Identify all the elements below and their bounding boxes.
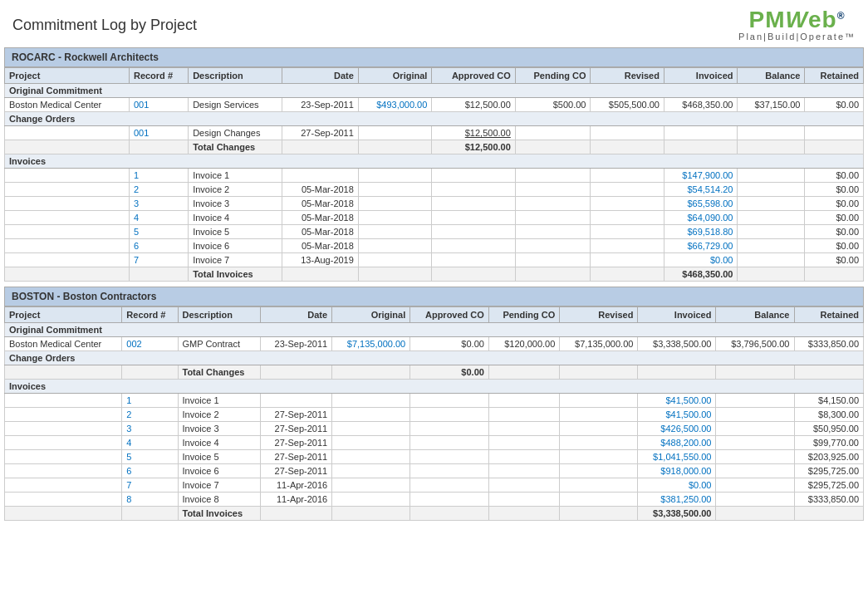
col-balance: Balance [716,307,794,323]
cell-date: 23-Sep-2011 [282,98,358,112]
total-changes-value: $12,500.00 [432,140,515,154]
invoice-link[interactable]: 4 [134,213,139,223]
cell-description: Design Services [189,98,282,112]
total-changes-label: Total Changes [178,365,260,380]
total-changes-value: $0.00 [410,365,489,380]
record-link[interactable]: 002 [126,339,141,349]
invoices-label-rocarc: Invoices [5,154,864,169]
cell-date: 27-Sep-2011 [282,126,358,140]
total-invoices-row-rocarc: Total Invoices $468,350.00 [5,267,864,282]
table-row: 4 Invoice 4 27-Sep-2011 $488,200.00 $99,… [5,436,864,450]
invoice-link[interactable]: 8 [126,494,131,504]
cell-description: GMP Contract [178,337,260,351]
total-invoices-value: $3,338,500.00 [638,507,716,521]
col-invoiced: Invoiced [664,68,738,84]
col-approved-co: Approved CO [432,68,515,84]
invoice-link[interactable]: 5 [134,227,139,237]
invoice-link[interactable]: 3 [126,424,131,434]
table-row: 4 Invoice 4 05-Mar-2018 $64,090.00 $0.00 [5,211,864,225]
table-row: 3 Invoice 3 05-Mar-2018 $65,598.00 $0.00 [5,197,864,211]
table-row: Boston Medical Center 001 Design Service… [5,98,864,112]
table-row: 6 Invoice 6 05-Mar-2018 $66,729.00 $0.00 [5,239,864,253]
total-invoices-label: Total Invoices [189,267,282,282]
cell-retained: $333,850.00 [794,337,864,351]
invoice-link[interactable]: 1 [126,395,131,405]
col-invoiced: Invoiced [638,307,716,323]
col-retained: Retained [794,307,864,323]
logo-w: W [786,7,808,32]
table-row: 7 Invoice 7 13-Aug-2019 $0.00 $0.00 [5,253,864,267]
cell-record: 001 [129,126,188,140]
invoice-link[interactable]: 7 [134,255,139,265]
total-invoices-label: Total Invoices [178,507,260,521]
cell-approved-co: $0.00 [410,337,489,351]
co-approved-co: $12,500.00 [465,128,511,138]
invoice-link[interactable]: 6 [126,466,131,476]
invoice-link[interactable]: 5 [126,452,131,462]
change-orders-label-rocarc: Change Orders [5,112,864,126]
table-row: 1 Invoice 1 $147,900.00 $0.00 [5,169,864,183]
table-row: 7 Invoice 7 11-Apr-2016 $0.00 $295,725.0… [5,478,864,493]
page-title: Commitment Log by Project [12,17,197,34]
invoice-link[interactable]: 7 [126,480,131,490]
cell-approved-co: $12,500.00 [432,126,515,140]
logo-area: PMWeb® Plan|Build|Operate™ [738,8,856,42]
cell-record: 002 [122,337,178,351]
col-pending-co: Pending CO [515,68,591,84]
cell-record: 001 [129,98,188,112]
cell-invoiced [664,126,738,140]
cell-revised: $7,135,000.00 [560,337,638,351]
total-changes-row-rocarc: Total Changes $12,500.00 [5,140,864,154]
table-row: Boston Medical Center 002 GMP Contract 2… [5,337,864,351]
col-description: Description [178,307,260,323]
co-record-link[interactable]: 001 [134,128,149,138]
cell-original: $493,000.00 [358,98,432,112]
cell-balance [738,126,805,140]
invoice-link[interactable]: 3 [134,199,139,208]
table-row: 2 Invoice 2 27-Sep-2011 $41,500.00 $8,30… [5,408,864,422]
logo-registered: ® [837,10,846,22]
col-record: Record # [122,307,178,323]
cell-approved-co: $12,500.00 [432,98,515,112]
table-row: 1 Invoice 1 $41,500.00 $4,150.00 [5,394,864,408]
page-header: Commitment Log by Project PMWeb® Plan|Bu… [0,0,868,46]
invoice-link[interactable]: 6 [134,241,139,251]
cell-invoiced: $468,350.00 [664,98,738,112]
col-revised: Revised [560,307,638,323]
total-changes-label: Total Changes [189,140,282,154]
cell-revised: $505,500.00 [591,98,664,112]
logo-tagline: Plan|Build|Operate™ [738,32,856,42]
cell-original: $7,135,000.00 [332,337,410,351]
original-commitment-label-rocarc: Original Commitment [5,84,864,98]
col-retained: Retained [805,68,864,84]
main-content: ROCARC - Rockwell Architects Project Rec… [0,47,868,529]
invoices-label-boston: Invoices [5,380,864,394]
logo-eb: eb [808,7,837,32]
col-original: Original [332,307,410,323]
original-link[interactable]: $7,135,000.00 [347,339,405,349]
cell-project: Boston Medical Center [5,98,130,112]
original-link[interactable]: $493,000.00 [376,100,427,110]
logo-image: PMWeb® [738,8,856,32]
cell-balance: $37,150.00 [738,98,805,112]
cell-revised [591,126,664,140]
invoice-link[interactable]: 2 [134,184,139,194]
cell-original [358,126,432,140]
total-changes-row-boston: Total Changes $0.00 [5,365,864,380]
original-commitment-label-boston: Original Commitment [5,323,864,337]
table-row: 001 Design Changes 27-Sep-2011 $12,500.0… [5,126,864,140]
logo-pm: PM [749,7,786,32]
cell-retained [805,126,864,140]
cell-project [5,126,130,140]
col-balance: Balance [738,68,805,84]
cell-description: Design Changes [189,126,282,140]
record-link[interactable]: 001 [134,100,149,110]
invoice-link[interactable]: 2 [126,409,131,419]
cell-invoiced: $3,338,500.00 [638,337,716,351]
invoice-link[interactable]: 1 [134,170,139,180]
cell-retained: $0.00 [805,98,864,112]
invoice-link[interactable]: 4 [126,438,131,448]
col-original: Original [358,68,432,84]
cell-balance: $3,796,500.00 [716,337,794,351]
section-header-rocarc: ROCARC - Rockwell Architects [4,47,864,67]
